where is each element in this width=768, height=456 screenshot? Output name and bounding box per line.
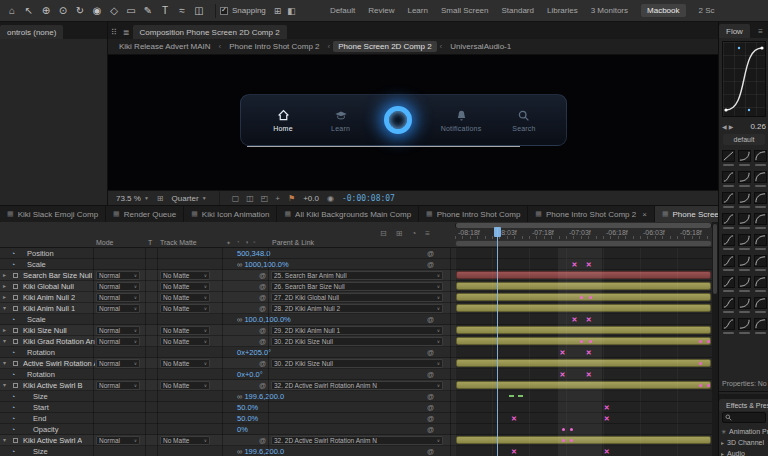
curve-preset-sinein[interactable] xyxy=(738,255,751,271)
track-row[interactable] xyxy=(455,391,712,402)
zoom-tool-icon[interactable]: ⊕ xyxy=(40,1,52,21)
track-matte-dropdown[interactable]: No Matte∨ xyxy=(160,326,210,335)
blend-mode-dropdown[interactable]: Normal∨ xyxy=(96,271,140,280)
track-matte-dropdown[interactable]: No Matte∨ xyxy=(160,282,210,291)
phone-nav-item-notifications[interactable]: Notifications xyxy=(441,109,482,132)
pickwhip-icon[interactable]: @ xyxy=(427,424,434,435)
twirl-arrow-icon[interactable]: ▸ xyxy=(3,270,6,281)
keyframe-marker[interactable]: ✕ xyxy=(604,402,610,413)
blend-mode-dropdown[interactable]: Normal∨ xyxy=(96,293,140,302)
layer-duration-bar[interactable] xyxy=(456,282,711,290)
parent-link-dropdown[interactable]: 29. 2D Kiki Anim Null 1∨ xyxy=(271,326,443,335)
toggle-mask-visibility-icon[interactable]: ◰ xyxy=(261,194,269,203)
puppet-tool-icon[interactable]: ◫ xyxy=(193,1,205,21)
work-area-handle[interactable] xyxy=(456,241,711,246)
curve-preset-quartin[interactable] xyxy=(738,213,751,229)
workspace-small-screen[interactable]: Small Screen xyxy=(441,0,489,22)
track-matte-dropdown[interactable]: No Matte∨ xyxy=(160,271,210,280)
parent-pickwhip-icon[interactable]: @ xyxy=(259,292,266,303)
stopwatch-icon[interactable]: ◔ xyxy=(11,248,15,259)
prop-row-left[interactable]: ◔Start50.0%@ xyxy=(0,402,455,413)
close-icon[interactable]: × xyxy=(642,210,647,219)
parent-pickwhip-icon[interactable]: @ xyxy=(259,303,266,314)
curve-preset-quintout[interactable] xyxy=(754,234,767,250)
keyframe-marker[interactable]: ✕ xyxy=(604,413,610,424)
region-of-interest-icon[interactable]: ▢ xyxy=(232,194,240,203)
timeline-tab-kiki-icon-animation[interactable]: ▦Kiki Icon Animation xyxy=(184,206,277,222)
panel-menu-icon[interactable]: ≡ xyxy=(755,27,766,38)
layer-duration-bar[interactable] xyxy=(456,293,711,301)
track-row[interactable]: ✕✕ xyxy=(455,314,712,325)
layer-row-left[interactable]: ▸Kiki Anim Null 2Normal∨No Matte∨@27. 2D… xyxy=(0,292,455,303)
stopwatch-icon[interactable]: ◔ xyxy=(11,314,15,325)
blend-mode-dropdown[interactable]: Normal∨ xyxy=(96,326,140,335)
breadcrumb-tab-phone-screen-2d-comp-2[interactable]: Phone Screen 2D Comp 2 xyxy=(333,41,436,52)
layer-duration-bar[interactable] xyxy=(456,436,711,444)
stopwatch-icon[interactable]: ◔ xyxy=(11,347,15,358)
prop-row-left[interactable]: ◔Size∞ 199.6,200.0@ xyxy=(0,391,455,402)
keyframe-marker[interactable] xyxy=(707,384,710,387)
timeline-tab-phone-intro-shot-comp[interactable]: ▦Phone Intro Shot Comp xyxy=(419,206,528,222)
roto-brush-tool-icon[interactable]: ≈ xyxy=(176,1,188,21)
playhead-line[interactable] xyxy=(497,228,498,456)
tab-effect-controls[interactable]: ontrols (none) xyxy=(0,25,63,39)
pickwhip-icon[interactable]: @ xyxy=(427,446,434,456)
timeline-tab-kiki-slack-emoji-comp[interactable]: ▦Kiki Slack Emoji Comp xyxy=(0,206,106,222)
camera-tool-icon[interactable]: ◉ xyxy=(91,1,103,21)
prop-row-left[interactable]: ◔Size∞ 199.6,200.0@ xyxy=(0,446,455,456)
timeline-tab-phone-screen-2d-comp-2[interactable]: ▦Phone Screen 2D Comp 2× xyxy=(655,206,718,222)
track-row[interactable] xyxy=(455,435,712,446)
workspace-review[interactable]: Review xyxy=(368,0,394,22)
keyframe-marker[interactable] xyxy=(707,340,710,343)
stopwatch-icon[interactable]: ◔ xyxy=(11,391,15,402)
curve-preset-cubicout[interactable] xyxy=(754,192,767,208)
column-mode[interactable]: Mode xyxy=(96,239,114,246)
blend-mode-dropdown[interactable]: Normal∨ xyxy=(96,282,140,291)
next-curve-icon[interactable]: ▶ xyxy=(729,124,734,130)
layer-duration-bar[interactable] xyxy=(456,337,711,345)
keyframe-marker[interactable] xyxy=(699,384,702,387)
phone-nav-item-center[interactable] xyxy=(383,106,413,134)
prop-row-left[interactable]: ◔End50.0%@ xyxy=(0,413,455,424)
twirl-arrow-icon[interactable]: ▾ xyxy=(3,336,6,347)
keyframe-marker[interactable] xyxy=(580,340,583,343)
curve-preset-quadout[interactable] xyxy=(754,171,767,187)
curve-preset-circout[interactable] xyxy=(754,297,767,313)
layer-duration-bar[interactable] xyxy=(456,271,711,279)
track-matte-dropdown[interactable]: No Matte∨ xyxy=(160,381,210,390)
breadcrumb-tab-kiki-release-advert-main[interactable]: Kiki Release Advert MAIN xyxy=(114,41,216,52)
track-row[interactable] xyxy=(455,380,712,391)
shy-icon[interactable]: ✦ xyxy=(226,239,231,246)
blend-mode-dropdown[interactable]: Normal∨ xyxy=(96,359,140,368)
composition-mini-flowchart-icon[interactable]: ⊟ xyxy=(380,229,387,238)
twirl-arrow-icon[interactable]: ▸ xyxy=(3,292,6,303)
workspace-3-monitors[interactable]: 3 Monitors xyxy=(591,0,628,22)
layer-row-left[interactable]: ▾Active Swirl Rotation Anim NullNormal∨N… xyxy=(0,358,455,369)
selection-tool-icon[interactable]: ↖ xyxy=(23,1,35,21)
layer-duration-bar[interactable] xyxy=(456,326,711,334)
parent-link-dropdown[interactable]: 30. 2D Kiki Size Null∨ xyxy=(271,337,443,346)
curve-preset-backout[interactable] xyxy=(754,318,767,334)
track-row[interactable] xyxy=(455,270,712,281)
home-icon[interactable]: ⌂ xyxy=(6,1,18,21)
motion-blur-icon[interactable]: ◑ xyxy=(245,239,249,246)
layer-row-left[interactable]: ▾Kiki Anim Null 1Normal∨No Matte∨@28. 2D… xyxy=(0,303,455,314)
workspace-standard[interactable]: Standard xyxy=(502,0,534,22)
viewer-timecode[interactable]: -0:00:08:07 xyxy=(342,194,395,203)
curve-preset-easein[interactable] xyxy=(738,150,751,166)
curve-preset-linear[interactable] xyxy=(722,150,735,166)
quality-icon[interactable]: ▫ xyxy=(253,239,255,246)
keyframe-marker[interactable]: ✕ xyxy=(559,347,565,358)
parent-pickwhip-icon[interactable]: @ xyxy=(259,336,266,347)
keyframe-marker[interactable]: ✕ xyxy=(572,314,578,325)
property-value[interactable]: 50.0% xyxy=(237,413,258,424)
curve-preset-expoin[interactable] xyxy=(738,276,751,292)
keyframe-marker[interactable] xyxy=(699,340,702,343)
curve-preset-quadinout[interactable] xyxy=(722,192,735,208)
rectangle-tool-icon[interactable]: ▭ xyxy=(125,1,137,21)
reset-exposure-icon[interactable]: + xyxy=(275,194,280,203)
resolution-dropdown[interactable]: Quarter▼ xyxy=(172,194,207,203)
layer-row-left[interactable]: ▾Kiki Active Swirl BNormal∨No Matte∨@32.… xyxy=(0,380,455,391)
curve-preset-sineinout[interactable] xyxy=(722,276,735,292)
keyframe-marker[interactable]: ✕ xyxy=(559,369,565,380)
